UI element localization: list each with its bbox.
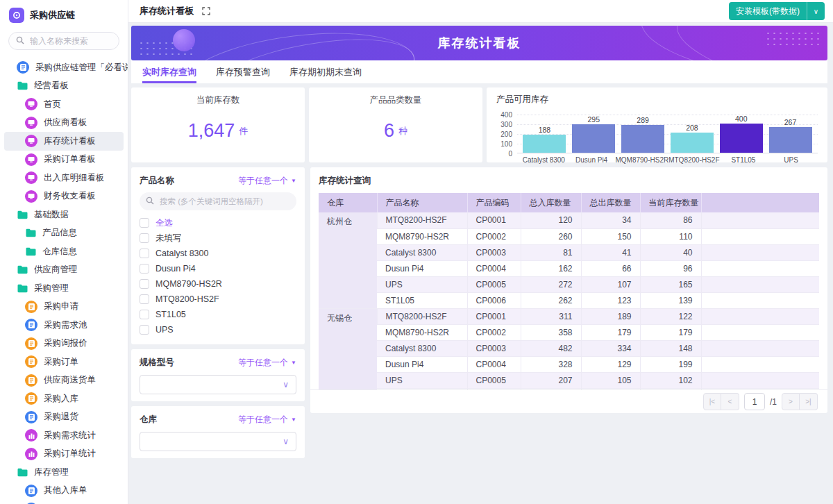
sidebar-item[interactable]: 仓库信息 [4, 242, 124, 261]
sidebar-item[interactable]: 经营看板 [4, 77, 124, 96]
empty-cell [701, 212, 819, 228]
filter-search[interactable] [140, 192, 296, 210]
product-filter-option[interactable]: UPS [140, 322, 296, 337]
table-scroll-area[interactable]: 仓库产品名称产品编码总入库数量总出库数量当前库存数量 杭州仓MTQ8200-HS… [319, 193, 819, 389]
sidebar-item[interactable]: 供应商送货单 [4, 371, 124, 390]
spec-select[interactable]: ∨ [140, 375, 296, 394]
bar[interactable] [572, 124, 615, 153]
sidebar-item[interactable]: 其他出库单 [4, 500, 124, 504]
form-icon [25, 319, 37, 331]
tab-inactive[interactable]: 库存期初期末查询 [289, 60, 362, 83]
install-template-dropdown[interactable]: ∨ [807, 2, 825, 20]
product-filter-option[interactable]: 全选 [140, 215, 296, 230]
sidebar-item[interactable]: 出入库明细看板 [4, 169, 124, 187]
filter-operator-dropdown[interactable]: 等于任意一个 ▼ [238, 175, 296, 187]
sidebar-item[interactable]: 采购询报价 [4, 335, 124, 353]
sidebar-search-input[interactable] [28, 35, 105, 47]
sidebar-item[interactable]: 库存统计看板 [4, 132, 124, 151]
bar[interactable] [671, 133, 714, 153]
product-checkbox-list: 全选未填写Catalyst 8300Dusun Pi4MQM8790-HS2RM… [140, 215, 296, 337]
dashboard-icon [25, 190, 37, 203]
filter-operator-dropdown[interactable]: 等于任意一个 ▼ [238, 414, 296, 426]
sidebar-item[interactable]: 产品信息 [4, 224, 124, 243]
table-row[interactable]: Dusun Pi4CP0004328129199 [319, 356, 819, 372]
sidebar-item[interactable]: 财务收支看板 [4, 187, 124, 206]
checkbox[interactable] [140, 233, 149, 243]
checkbox[interactable] [140, 218, 149, 228]
bar[interactable] [621, 125, 664, 153]
sidebar-item[interactable]: 采购订单看板 [4, 151, 124, 169]
tab-active[interactable]: 实时库存查询 [142, 60, 196, 83]
sidebar-item-label: 采购询报价 [44, 337, 87, 349]
product-filter-option[interactable]: 未填写 [140, 230, 296, 246]
tab-inactive[interactable]: 库存预警查询 [216, 60, 270, 83]
table-row[interactable]: UPSCP0005272107165 [319, 276, 819, 292]
table-row[interactable]: Dusun Pi4CP00041626696 [319, 260, 819, 276]
pagination: |< < 1 /1 > >| [310, 389, 827, 413]
sidebar-item[interactable]: 采购管理 [4, 279, 124, 298]
empty-cell [701, 276, 819, 292]
first-page-button[interactable]: |< [703, 393, 721, 410]
warehouse-select[interactable]: ∨ [140, 432, 296, 451]
document-icon [25, 485, 37, 497]
next-page-button[interactable]: > [782, 393, 800, 410]
table-row[interactable]: 杭州仓MTQ8200-HS2FCP00011203486 [319, 212, 819, 228]
sidebar-item[interactable]: 采购入库 [4, 389, 124, 408]
fullscreen-icon[interactable] [202, 7, 210, 15]
sidebar-item[interactable]: 库存管理 [4, 463, 124, 482]
sidebar-item-label: 采购订单 [44, 356, 78, 368]
prev-page-button[interactable]: < [721, 393, 739, 410]
bar[interactable] [769, 127, 812, 153]
sidebar-item[interactable]: 基础数据 [4, 205, 124, 224]
checkbox[interactable] [140, 294, 149, 304]
checkbox[interactable] [140, 310, 149, 319]
sidebar-item-label: 库存管理 [34, 467, 69, 478]
table-row[interactable]: ST1L05CP0006262123139 [319, 292, 819, 308]
product-filter-option[interactable]: MQM8790-HS2R [140, 276, 296, 292]
sidebar-item[interactable]: 采购供应链管理「必看说明」 [4, 58, 124, 77]
product-filter-option[interactable]: MTQ8200-HS2F [140, 292, 296, 307]
filter-search-input[interactable] [158, 196, 283, 206]
filter-operator-dropdown[interactable]: 等于任意一个 ▼ [238, 357, 296, 369]
table-row[interactable]: 无锡仓MTQ8200-HS2FCP0001311189122 [319, 308, 819, 324]
sidebar-search[interactable] [8, 32, 119, 50]
bar[interactable] [523, 135, 566, 153]
chart-x-labels: Catalyst 8300Dusun Pi4MQM8790-HS2RMTQ820… [517, 153, 818, 164]
table-row[interactable]: Catalyst 8300CP0003482334148 [319, 340, 819, 356]
page-number-input[interactable]: 1 [744, 393, 765, 410]
in-qty-cell: 260 [521, 228, 581, 244]
table-row[interactable]: MQM8790-HS2RCP0002260150110 [319, 228, 819, 244]
sidebar-item[interactable]: 采购订单 [4, 353, 124, 371]
filter-panel-product-name: 产品名称 等于任意一个 ▼ 全选未填写Catalyst 8300Dusun Pi… [131, 167, 305, 344]
checkbox[interactable] [140, 264, 149, 274]
last-page-button[interactable]: >| [800, 393, 818, 410]
sidebar-item[interactable]: 供应商管理 [4, 261, 124, 280]
document-icon [25, 411, 37, 423]
table-row[interactable]: Catalyst 8300CP0003814140 [319, 244, 819, 260]
sidebar-item[interactable]: 采购需求统计 [4, 426, 124, 445]
checkbox[interactable] [140, 325, 149, 335]
sidebar-item[interactable]: 采购退货 [4, 408, 124, 427]
product-filter-option[interactable]: ST1L05 [140, 307, 296, 322]
stat-unit: 种 [398, 125, 407, 137]
sidebar-item[interactable]: 采购申请 [4, 298, 124, 317]
table-row[interactable]: MQM8790-HS2RCP0002358179179 [319, 324, 819, 340]
install-template-label[interactable]: 安装模板(带数据) [729, 2, 807, 20]
sidebar-item[interactable]: 首页 [4, 95, 124, 114]
sidebar-item[interactable]: 采购订单统计 [4, 445, 124, 464]
sidebar-item[interactable]: 其他入库单 [4, 482, 124, 501]
sidebar-item[interactable]: 采购需求池 [4, 316, 124, 335]
bar[interactable] [720, 124, 763, 153]
sidebar-item-label: 采购申请 [44, 301, 78, 312]
sidebar-item[interactable]: 供应商看板 [4, 114, 124, 133]
install-template-button[interactable]: 安装模板(带数据) ∨ [729, 2, 825, 20]
x-axis-label: MQM8790-HS2R [615, 156, 668, 164]
table-row[interactable]: UPSCP0005207105102 [319, 372, 819, 388]
bar-value-label: 400 [735, 115, 748, 123]
out-qty-cell: 150 [581, 228, 640, 244]
sidebar-item-label: 出入库明细看板 [44, 172, 105, 184]
product-filter-option[interactable]: Catalyst 8300 [140, 246, 296, 261]
product-filter-option[interactable]: Dusun Pi4 [140, 261, 296, 276]
checkbox[interactable] [140, 249, 149, 258]
checkbox[interactable] [140, 279, 149, 289]
